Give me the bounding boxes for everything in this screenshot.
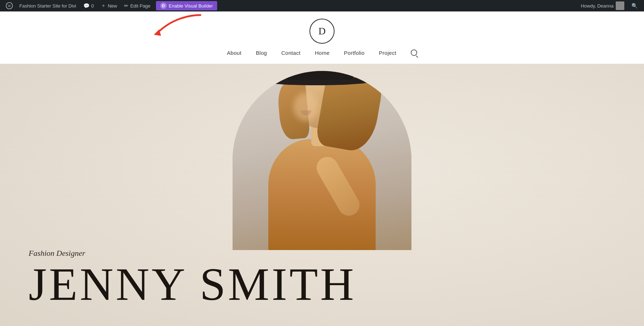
admin-bar: W Fashion Starter Site for Divi 💬 0 ＋ Ne… bbox=[0, 0, 644, 11]
hero-text: Fashion Designer JENNY SMITH bbox=[29, 249, 356, 307]
site-header: D About Blog Contact Home Portfolio Proj… bbox=[0, 11, 644, 64]
hero-portrait bbox=[233, 71, 411, 261]
admin-bar-right: Howdy, Deanna 🔍 bbox=[577, 1, 641, 10]
nav-contact[interactable]: Contact bbox=[281, 50, 301, 56]
nav-search-icon[interactable] bbox=[411, 49, 417, 56]
site-logo[interactable]: D bbox=[309, 19, 335, 44]
nav-home[interactable]: Home bbox=[315, 50, 330, 56]
svg-text:W: W bbox=[8, 4, 11, 8]
portrait-circle bbox=[233, 71, 411, 250]
new-button[interactable]: ＋ New bbox=[97, 0, 121, 11]
divi-logo: D bbox=[160, 3, 167, 9]
comments-link[interactable]: 💬 0 bbox=[80, 0, 97, 11]
user-greeting: Howdy, Deanna bbox=[577, 1, 628, 10]
hero-subtitle: Fashion Designer bbox=[29, 249, 356, 258]
wordpress-logo[interactable]: W bbox=[3, 0, 16, 11]
main-nav: About Blog Contact Home Portfolio Projec… bbox=[227, 49, 417, 60]
user-avatar bbox=[616, 1, 624, 10]
nav-blog[interactable]: Blog bbox=[256, 50, 267, 56]
site-name-link[interactable]: Fashion Starter Site for Divi bbox=[16, 0, 80, 11]
hero-section: Fashion Designer JENNY SMITH bbox=[0, 64, 644, 326]
admin-search-icon[interactable]: 🔍 bbox=[628, 3, 641, 9]
nav-portfolio[interactable]: Portfolio bbox=[344, 50, 365, 56]
plus-icon: ＋ bbox=[101, 3, 106, 9]
hero-name: JENNY SMITH bbox=[29, 261, 356, 307]
nav-about[interactable]: About bbox=[227, 50, 241, 56]
edit-icon: ✏ bbox=[124, 3, 128, 9]
enable-visual-builder-button[interactable]: D Enable Visual Builder bbox=[156, 1, 217, 10]
comment-icon: 💬 bbox=[83, 3, 89, 9]
edit-page-button[interactable]: ✏ Edit Page bbox=[121, 0, 154, 11]
nav-project[interactable]: Project bbox=[379, 50, 396, 56]
